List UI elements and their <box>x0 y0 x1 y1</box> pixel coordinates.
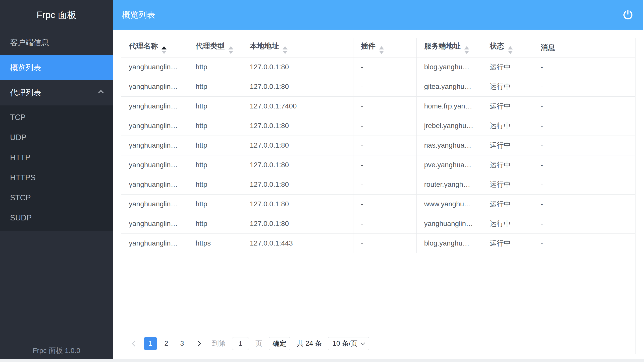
cell-local-address: 127.0.0.1:80 <box>242 136 353 155</box>
column-header-plugin[interactable]: 插件 <box>353 38 416 57</box>
table-row: yanghuanglin…http127.0.0.1:80-www.yanghu… <box>121 194 635 214</box>
column-header-label: 代理名称 <box>129 42 158 50</box>
sidebar-item-overview[interactable]: 概览列表 <box>0 55 113 80</box>
cell-server-address: router.yangh… <box>416 175 482 194</box>
sort-caret-down-icon[interactable] <box>228 51 233 54</box>
topbar: 概览列表 <box>113 0 643 30</box>
cell-message: - <box>533 116 635 136</box>
confirm-button[interactable]: 确定 <box>269 337 290 350</box>
sort-caret-up-icon[interactable] <box>508 46 513 49</box>
column-header-proxy-type[interactable]: 代理类型 <box>188 38 242 57</box>
sidebar-subitem-udp[interactable]: UDP <box>0 128 113 148</box>
horizontal-scrollbar-track[interactable] <box>0 359 644 362</box>
cell-proxy-name: yanghuanglin… <box>121 136 188 155</box>
cell-proxy-type: http <box>188 136 242 155</box>
cell-server-address: gitea.yanghu… <box>416 77 482 96</box>
cell-status: 运行中 <box>482 233 533 253</box>
table-row: yanghuanglin…http127.0.0.1:80-yanghuangl… <box>121 214 635 233</box>
column-header-server-address[interactable]: 服务端地址 <box>416 38 482 57</box>
table-header-row: 代理名称代理类型本地地址插件服务端地址状态消息 <box>121 38 635 57</box>
cell-proxy-name: yanghuanglin… <box>121 194 188 214</box>
cell-server-address: yanghuanglin… <box>416 214 482 233</box>
cell-message: - <box>533 214 635 233</box>
chevron-up-icon <box>98 90 104 96</box>
cell-proxy-name: yanghuanglin… <box>121 233 188 253</box>
sort-caret-up-icon[interactable] <box>162 46 167 49</box>
cell-plugin: - <box>353 96 416 116</box>
sidebar-subitem-https[interactable]: HTTPS <box>0 168 113 188</box>
sort-carets <box>162 46 167 54</box>
table-row: yanghuanglin…http127.0.0.1:80-jrebel.yan… <box>121 116 635 136</box>
cell-proxy-type: http <box>188 194 242 214</box>
sort-caret-down-icon[interactable] <box>508 51 513 54</box>
sort-caret-up-icon[interactable] <box>379 46 384 49</box>
pagination: 123 到第 页 确定 共 24 条 10 条/页 <box>121 333 635 354</box>
cell-proxy-type: http <box>188 214 242 233</box>
cell-plugin: - <box>353 194 416 214</box>
cell-plugin: - <box>353 155 416 175</box>
table-row: yanghuanglin…http127.0.0.1:80-pve.yanghu… <box>121 155 635 175</box>
cell-proxy-type: http <box>188 155 242 175</box>
sidebar-subitem-stcp[interactable]: STCP <box>0 188 113 208</box>
cell-plugin: - <box>353 175 416 194</box>
sort-caret-down-icon[interactable] <box>379 51 384 54</box>
column-header-label: 状态 <box>490 42 504 50</box>
goto-page-unit: 页 <box>255 339 262 348</box>
page-button-1[interactable]: 1 <box>144 337 157 350</box>
cell-local-address: 127.0.0.1:80 <box>242 57 353 77</box>
goto-page-input[interactable] <box>232 337 249 350</box>
sort-caret-down-icon[interactable] <box>464 51 469 54</box>
column-header-proxy-name[interactable]: 代理名称 <box>121 38 188 57</box>
sort-caret-down-icon[interactable] <box>283 51 288 54</box>
cell-plugin: - <box>353 77 416 96</box>
cell-status: 运行中 <box>482 57 533 77</box>
table-row: yanghuanglin…http127.0.0.1:80-nas.yanghu… <box>121 136 635 155</box>
column-header-label: 服务端地址 <box>424 42 461 50</box>
chevron-left-icon <box>132 340 138 346</box>
cell-proxy-name: yanghuanglin… <box>121 96 188 116</box>
chevron-right-icon <box>195 340 201 346</box>
cell-plugin: - <box>353 116 416 136</box>
cell-status: 运行中 <box>482 214 533 233</box>
sort-caret-down-icon[interactable] <box>162 51 167 54</box>
cell-status: 运行中 <box>482 116 533 136</box>
table-row: yanghuanglin…http127.0.0.1:80-router.yan… <box>121 175 635 194</box>
cell-message: - <box>533 96 635 116</box>
cell-proxy-type: http <box>188 116 242 136</box>
column-header-local-address[interactable]: 本地地址 <box>242 38 353 57</box>
cell-proxy-name: yanghuanglin… <box>121 214 188 233</box>
cell-server-address: blog.yanghu… <box>416 233 482 253</box>
power-icon[interactable] <box>622 9 634 21</box>
cell-proxy-name: yanghuanglin… <box>121 155 188 175</box>
sort-carets <box>508 46 513 54</box>
sidebar-subitem-http[interactable]: HTTP <box>0 148 113 168</box>
cell-proxy-type: https <box>188 233 242 253</box>
sort-caret-up-icon[interactable] <box>283 46 288 49</box>
cell-message: - <box>533 233 635 253</box>
sidebar-subitem-tcp[interactable]: TCP <box>0 107 113 128</box>
next-page-button[interactable] <box>191 337 205 350</box>
cell-message: - <box>533 155 635 175</box>
table-row: yanghuanglin…http127.0.0.1:80-gitea.yang… <box>121 77 635 96</box>
cell-status: 运行中 <box>482 175 533 194</box>
sort-caret-up-icon[interactable] <box>464 46 469 49</box>
page-button-3[interactable]: 3 <box>175 337 189 350</box>
cell-local-address: 127.0.0.1:7400 <box>242 96 353 116</box>
cell-server-address: jrebel.yanghu… <box>416 116 482 136</box>
cell-plugin: - <box>353 136 416 155</box>
cell-proxy-name: yanghuanglin… <box>121 57 188 77</box>
sidebar-item-proxy-list[interactable]: 代理列表 <box>0 80 113 105</box>
sidebar-subitem-sudp[interactable]: SUDP <box>0 208 113 228</box>
sidebar-item-client-info[interactable]: 客户端信息 <box>0 30 113 55</box>
table-row: yanghuanglin…https127.0.0.1:443-blog.yan… <box>121 233 635 253</box>
column-header-status[interactable]: 状态 <box>482 38 533 57</box>
proxy-table: 代理名称代理类型本地地址插件服务端地址状态消息 yanghuanglin…htt… <box>121 38 635 253</box>
cell-status: 运行中 <box>482 96 533 116</box>
page-button-2[interactable]: 2 <box>159 337 173 350</box>
prev-page-button[interactable] <box>128 337 141 350</box>
cell-message: - <box>533 175 635 194</box>
page-size-select[interactable]: 10 条/页 <box>328 337 369 350</box>
cell-proxy-name: yanghuanglin… <box>121 116 188 136</box>
cell-proxy-type: http <box>188 57 242 77</box>
sort-caret-up-icon[interactable] <box>228 46 233 49</box>
